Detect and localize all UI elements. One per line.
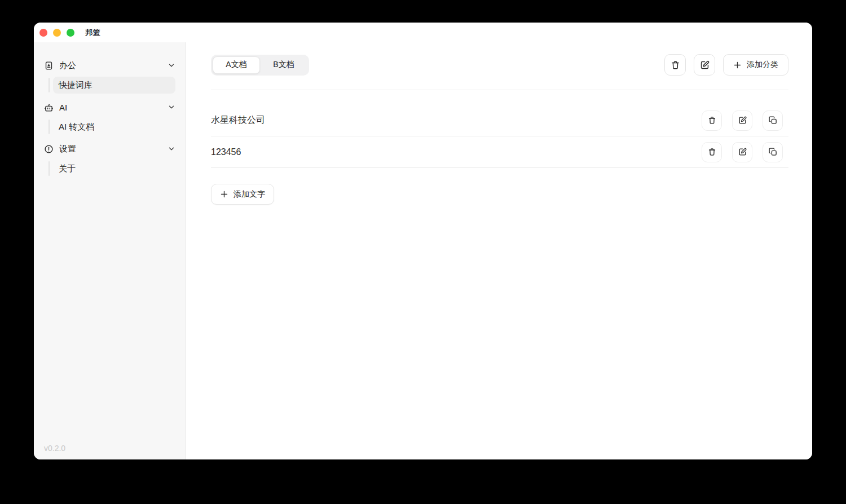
tab-b-doc[interactable]: B文档 [260, 56, 307, 74]
chevron-down-icon [168, 103, 175, 111]
row-actions [702, 110, 788, 131]
content-header: A文档 B文档 [211, 54, 788, 76]
delete-entry-button[interactable] [702, 110, 722, 131]
office-icon [44, 61, 54, 70]
sidebar-item-label: AI [59, 103, 67, 112]
sidebar-group-settings-children: 关于 [44, 160, 175, 177]
plus-icon [220, 190, 228, 198]
app-version: v0.2.0 [44, 444, 65, 453]
chevron-down-icon [168, 61, 175, 69]
entry-list: 水星科技公司 [211, 105, 788, 168]
edit-category-button[interactable] [694, 54, 715, 76]
sidebar-item-quick-lexicon[interactable]: 快捷词库 [53, 77, 175, 94]
sidebar-group-ai-children: AI 转文档 [44, 118, 175, 135]
header-actions: 添加分类 [664, 54, 788, 76]
tree-guide-line [49, 161, 50, 176]
traffic-lights [39, 29, 74, 37]
sidebar-item-settings[interactable]: 设置 [44, 140, 175, 157]
main-content: A文档 B文档 [187, 42, 812, 459]
titlebar: 邦篮 [34, 23, 812, 42]
sidebar-item-ai[interactable]: AI [44, 99, 175, 116]
edit-icon [738, 116, 747, 125]
sidebar-nav: 办公 快捷词库 [34, 42, 186, 177]
trash-icon [707, 147, 717, 157]
tab-a-doc[interactable]: A文档 [213, 56, 260, 74]
edit-icon [738, 147, 747, 157]
document-tabs: A文档 B文档 [211, 55, 309, 76]
sidebar-item-label: AI 转文档 [59, 122, 94, 132]
trash-icon [707, 116, 717, 125]
tree-guide-line [49, 120, 50, 134]
delete-entry-button[interactable] [702, 142, 722, 162]
copy-entry-button[interactable] [763, 110, 783, 131]
copy-icon [768, 116, 778, 125]
tab-label: B文档 [273, 60, 294, 70]
sidebar-item-office[interactable]: 办公 [44, 57, 175, 74]
sidebar-item-label: 快捷词库 [59, 80, 92, 91]
alert-circle-icon [44, 144, 54, 154]
zoom-window-button[interactable] [67, 29, 74, 37]
list-item: 123456 [211, 136, 788, 168]
add-category-label: 添加分类 [747, 60, 778, 70]
entry-text: 123456 [211, 147, 241, 157]
sidebar-item-label: 办公 [59, 60, 76, 71]
copy-entry-button[interactable] [763, 142, 783, 162]
edit-entry-button[interactable] [732, 142, 752, 162]
tree-guide-line [49, 78, 50, 92]
tab-label: A文档 [226, 60, 246, 70]
chevron-down-icon [168, 145, 175, 153]
robot-icon [44, 103, 54, 112]
delete-category-button[interactable] [664, 54, 686, 76]
minimize-window-button[interactable] [53, 29, 61, 37]
copy-icon [768, 147, 778, 157]
entry-text: 水星科技公司 [211, 114, 265, 126]
edit-icon [699, 60, 710, 70]
sidebar-item-about[interactable]: 关于 [53, 160, 175, 177]
sidebar-item-ai-to-doc[interactable]: AI 转文档 [53, 118, 175, 135]
add-text-button[interactable]: 添加文字 [211, 184, 274, 205]
sidebar-group-office-children: 快捷词库 [44, 77, 175, 94]
sidebar-item-label: 设置 [59, 144, 76, 154]
close-window-button[interactable] [39, 29, 47, 37]
window-title: 邦篮 [85, 28, 100, 38]
header-divider [211, 90, 788, 90]
plus-icon [733, 61, 742, 69]
sidebar: 办公 快捷词库 [34, 42, 186, 459]
sidebar-item-label: 关于 [59, 163, 76, 174]
row-actions [702, 142, 788, 162]
trash-icon [670, 60, 681, 70]
add-category-button[interactable]: 添加分类 [723, 54, 788, 76]
list-item: 水星科技公司 [211, 105, 788, 136]
add-text-label: 添加文字 [233, 189, 265, 200]
edit-entry-button[interactable] [732, 110, 752, 131]
app-window: 邦篮 办公 快捷词库 [34, 23, 812, 459]
